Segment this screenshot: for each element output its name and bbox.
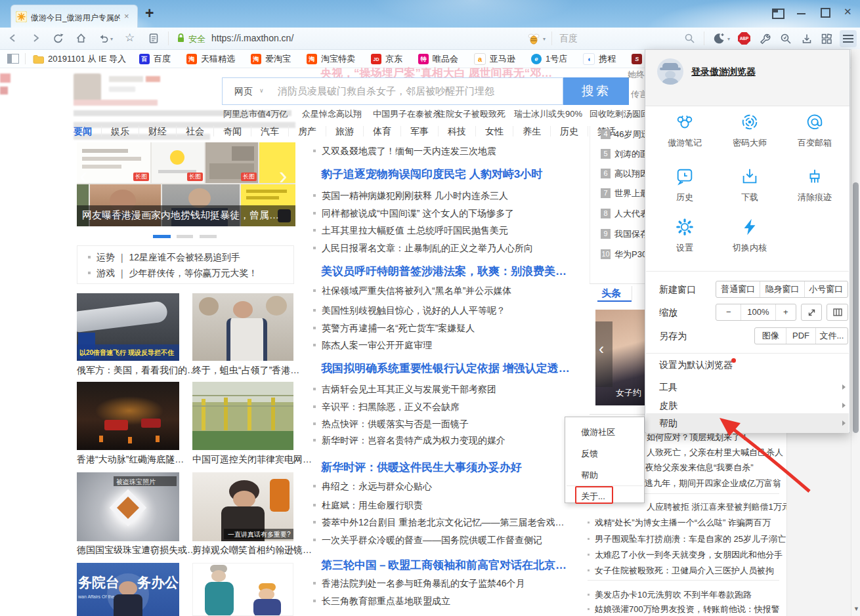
search-category-dropdown[interactable]: 网页: [234, 86, 253, 98]
fullscreen-button[interactable]: [801, 304, 822, 321]
adblock-plus-icon[interactable]: ABP: [738, 32, 750, 45]
photo-caption[interactable]: 香港“大动脉”红磡海底隧…: [77, 454, 184, 466]
sidebar-toggle-icon[interactable]: [7, 54, 19, 64]
notice-item[interactable]: 游戏 ｜ 少年群侠传，等你赢万元大奖！: [88, 268, 258, 279]
new-tab-button[interactable]: +: [145, 5, 154, 22]
app-label-maxnote[interactable]: 傲游笔记: [652, 137, 718, 149]
alt-account-window-button[interactable]: 小号窗口: [804, 281, 848, 297]
photo-card-tunnel[interactable]: [77, 382, 179, 450]
normal-window-button[interactable]: 普通窗口: [716, 281, 760, 297]
nav-tab[interactable]: 军事: [401, 126, 439, 136]
scrollbar-track[interactable]: ▼: [851, 49, 860, 616]
minimize-button[interactable]: [797, 13, 806, 14]
nav-tab[interactable]: 房产: [289, 126, 326, 136]
photo-card-audience[interactable]: 一直讲真话有多重要?: [192, 472, 293, 541]
maxnote-bee-icon[interactable]: [675, 112, 695, 132]
rank-item[interactable]: 世界上最: [614, 188, 649, 199]
nav-tab[interactable]: 财经: [139, 126, 177, 136]
login-link[interactable]: 登录傲游浏览器: [691, 66, 756, 78]
news-item[interactable]: 新华时评：岂容名贵特产成为权力变现的媒介: [313, 435, 505, 447]
news-headline[interactable]: 美议员呼吁特朗普签涉港法案，耿爽：别浪费美…: [321, 264, 567, 279]
address-url[interactable]: https://i.maxthon.cn/: [211, 33, 293, 43]
night-mode-caret-icon[interactable]: ▾: [727, 36, 730, 42]
news-item[interactable]: 一次关乎群众冷暖的督查——国务院供暖工作督查侧记: [313, 535, 542, 546]
carousel-next-icon[interactable]: ›: [279, 162, 288, 190]
app-label-password-master[interactable]: 密码大师: [717, 137, 783, 149]
undo-icon[interactable]: [98, 33, 109, 44]
news-headline[interactable]: 新华时评：供暖这件民生大事须办妥办好: [321, 460, 522, 475]
bookmark-ctrip[interactable]: ◖携程: [583, 53, 616, 65]
zoom-out-button[interactable]: −: [716, 304, 741, 320]
bookmark-taobao-sale[interactable]: 淘淘宝特卖: [307, 53, 355, 65]
right-news-item[interactable]: 人应聘被拒 浙江喜来登被判赔偿1万元: [647, 501, 790, 513]
right-news-item[interactable]: 美发店办卡10元洗剪吹 不到半年卷款跑路: [588, 589, 752, 601]
news-headline[interactable]: 第三轮中国－欧盟工商领袖和前高官对话在北京…: [321, 558, 567, 573]
news-item[interactable]: 辛识平：扫黑除恶，正义不会缺席: [313, 401, 460, 413]
browser-tab[interactable]: 傲游今日_傲游用户专属的资 ×: [11, 5, 138, 28]
download-tray-icon[interactable]: [740, 167, 760, 186]
right-news-item[interactable]: 戏精“处长”为博女主播一个“么么哒” 诈骗两百万: [588, 517, 771, 529]
search-engine-caret-icon[interactable]: ▾: [543, 36, 546, 42]
tools-menu-item[interactable]: 工具: [659, 382, 677, 394]
nav-tab[interactable]: 奇闻: [214, 126, 251, 136]
app-label-switch-core[interactable]: 切换内核: [717, 242, 783, 254]
search-input[interactable]: 百度: [559, 33, 578, 45]
magic-mail-at-icon[interactable]: [805, 112, 825, 132]
carousel-dot-active[interactable]: [153, 235, 171, 238]
bookmark-aitaobao[interactable]: 淘爱淘宝: [251, 53, 291, 65]
password-master-fingerprint-icon[interactable]: [740, 112, 760, 132]
help-menu-item[interactable]: 帮助: [659, 418, 677, 430]
back-icon[interactable]: [8, 33, 18, 43]
maxthon-bee-icon[interactable]: [527, 32, 540, 45]
home-icon[interactable]: [75, 33, 87, 44]
carousel-prev-icon[interactable]: ‹: [79, 162, 88, 190]
download-icon[interactable]: [801, 33, 813, 45]
photo-caption[interactable]: 德国国宝级珠宝遭窃损失或…: [77, 544, 196, 556]
carousel-dot[interactable]: [177, 235, 193, 238]
settings-gear-icon[interactable]: [675, 217, 695, 237]
photo-card-jewelry[interactable]: 被盗珠宝照片: [77, 472, 179, 541]
news-item[interactable]: 同样都被说成“中国间谍” 这个女人的下场惨多了: [313, 208, 514, 220]
toutiao-tab[interactable]: 头条: [601, 287, 621, 300]
carousel-caption[interactable]: 网友曝香港漫画家内地捞钱却挺暴徒，曾属…: [82, 209, 279, 222]
right-news-item[interactable]: 男子围观坠车打捞崩溃：车是自家的 25岁儿子溺亡: [588, 533, 786, 545]
notice-item[interactable]: 运势 ｜ 12星座谁不会被轻易追到手: [88, 252, 240, 264]
photo-caption[interactable]: 中国可遥控关闭菲律宾电网…: [192, 454, 312, 466]
news-item[interactable]: 美国性别歧视触目惊心，说好的人人平等呢？: [313, 305, 505, 317]
bookmark-yhd[interactable]: e1号店: [531, 53, 567, 65]
photo-caption[interactable]: 终于，蛆虫“占领了”香港…: [192, 365, 299, 377]
undo-dropdown-caret-icon[interactable]: ▾: [110, 36, 113, 42]
news-item[interactable]: 香港法院判处一名参与旺角暴乱的女子监禁46个月: [313, 578, 525, 590]
zoom-in-button[interactable]: +: [775, 304, 796, 320]
right-news-item[interactable]: 太难忍了小伙一到冬天就变身，女朋因此和他分手: [588, 549, 783, 561]
nav-tab-yaowen[interactable]: 要闻: [64, 126, 102, 136]
app-label-clear-traces[interactable]: 清除痕迹: [782, 192, 848, 203]
split-screen-button[interactable]: [827, 304, 848, 321]
page-search-box[interactable]: 网页 ∨ 消防员凌晨破门救自杀女子，邻居被吵醒开门埋怨: [222, 77, 563, 105]
set-default-browser-item[interactable]: 设置为默认浏览器: [659, 359, 733, 371]
favorite-star-icon[interactable]: ☆: [125, 31, 135, 45]
bookmark-amazon[interactable]: a亚马逊: [474, 53, 515, 65]
help-item[interactable]: 帮助: [581, 470, 598, 482]
photo-caption[interactable]: 剪掉观众嘲笑首相约翰逊镜…: [192, 544, 312, 556]
photo-carousel[interactable]: 长图 长图 长图 网友曝香港漫画家内地捞钱却挺暴徒，曾属… ‹ ›: [77, 142, 295, 226]
news-item[interactable]: 社保领域严重失信将被列入“黑名单”并公示媒体: [313, 285, 511, 297]
incognito-window-button[interactable]: 隐身窗口: [760, 281, 804, 297]
search-submit-button[interactable]: 搜索: [563, 77, 629, 105]
maximize-button[interactable]: [821, 8, 830, 18]
news-item[interactable]: 热点快评：供暖落实与否是一面镜子: [313, 419, 469, 430]
app-label-download[interactable]: 下载: [717, 192, 783, 203]
hot-word[interactable]: 回收吃剩汤圆回: [590, 108, 649, 120]
news-headline[interactable]: 豹子追逐宠物狗误闯印度民宅 人豹对峙3小时: [321, 167, 542, 182]
hot-word[interactable]: 瑞士冰川或失90%: [514, 108, 582, 120]
hot-word[interactable]: 住院女子被殴致死: [437, 108, 505, 120]
carousel-dot[interactable]: [200, 235, 217, 238]
rank-item[interactable]: 华为P30: [614, 249, 647, 260]
toutiao-photo[interactable]: ‹ 女子约: [595, 310, 646, 405]
nav-tab[interactable]: 科技: [439, 126, 476, 136]
news-item[interactable]: 荟萃中外12台剧目 重拾老北京文化记忆——第三届老舍戏…: [313, 517, 564, 529]
nav-tab[interactable]: 女性: [476, 126, 513, 136]
scrollbar-down-arrow-icon[interactable]: ▼: [853, 606, 859, 612]
hot-word[interactable]: 众星悼念高以翔: [302, 108, 362, 120]
right-news-item[interactable]: 女子住院被殴致死：卫健局介入三医护人员被拘: [588, 565, 774, 577]
